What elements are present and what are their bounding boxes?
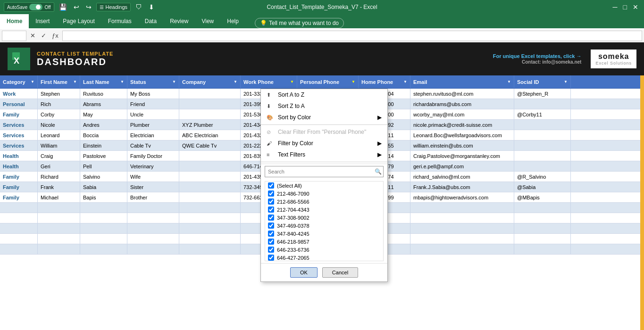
filter-arrow-firstname[interactable]: ▼ xyxy=(73,80,77,84)
table-cell[interactable]: Sabia xyxy=(80,182,127,192)
table-cell[interactable] xyxy=(514,130,571,140)
table-cell[interactable]: Einstein xyxy=(80,140,127,150)
table-cell[interactable] xyxy=(127,234,179,244)
table-cell[interactable]: William xyxy=(38,140,80,150)
checklist-item[interactable]: 212-686-5566 xyxy=(265,198,383,206)
tab-help[interactable]: Help xyxy=(220,14,245,28)
table-cell[interactable] xyxy=(80,203,127,213)
table-cell[interactable]: Pell xyxy=(80,161,127,171)
table-cell[interactable] xyxy=(514,203,571,213)
col-header-company[interactable]: Company ▼ xyxy=(179,75,241,88)
filter-arrow-socialid[interactable]: ▼ xyxy=(564,80,568,84)
name-box[interactable] xyxy=(2,31,26,41)
table-cell[interactable] xyxy=(179,213,241,223)
table-cell[interactable] xyxy=(127,203,179,213)
filter-arrow-lastname[interactable]: ▼ xyxy=(120,80,124,84)
table-cell[interactable] xyxy=(514,213,571,223)
table-cell[interactable]: Rich xyxy=(38,99,80,109)
table-cell[interactable]: @R_Salvino xyxy=(514,172,571,182)
table-cell[interactable] xyxy=(514,120,571,130)
close-icon[interactable]: ✕ xyxy=(631,2,640,12)
table-cell[interactable]: Richard xyxy=(38,172,80,182)
checklist-checkbox[interactable] xyxy=(268,239,274,245)
checklist[interactable]: (Select All)212-486-7090212-686-5566212-… xyxy=(265,181,384,261)
checklist-item[interactable]: 646-218-9857 xyxy=(265,238,383,246)
table-cell[interactable] xyxy=(38,203,80,213)
table-cell[interactable]: stephen.ruvituso@ml.com xyxy=(410,89,514,99)
table-cell[interactable] xyxy=(514,223,571,233)
table-cell[interactable] xyxy=(0,244,38,254)
filter-arrow-status[interactable]: ▼ xyxy=(172,80,176,84)
table-cell[interactable]: Nicole xyxy=(38,120,80,130)
table-cell[interactable]: william.einstein@ubs.com xyxy=(410,140,514,150)
table-cell[interactable]: Bapis xyxy=(80,192,127,202)
table-cell[interactable]: @Sabia xyxy=(514,182,571,192)
table-cell[interactable] xyxy=(179,99,241,109)
table-cell[interactable]: Frank xyxy=(38,182,80,192)
table-cell[interactable] xyxy=(410,203,514,213)
insert-function-btn[interactable]: ƒx xyxy=(50,31,60,40)
col-header-workphone[interactable]: Work Phone ▼ xyxy=(241,75,297,88)
table-cell[interactable]: ABC Electrician xyxy=(179,130,241,140)
table-cell[interactable] xyxy=(80,244,127,254)
table-cell[interactable]: Corby xyxy=(38,109,80,119)
table-cell[interactable] xyxy=(410,213,514,223)
col-header-personalphone[interactable]: Personal Phone ▼ xyxy=(297,75,359,88)
sort-z-to-a[interactable]: ⬇ Sort Z to A xyxy=(261,100,387,112)
table-cell[interactable] xyxy=(38,213,80,223)
table-cell[interactable]: Pastolove xyxy=(80,151,127,161)
table-cell[interactable] xyxy=(179,234,241,244)
promo-link[interactable]: click → xyxy=(563,53,582,59)
search-input[interactable] xyxy=(265,166,384,177)
table-cell[interactable] xyxy=(179,109,241,119)
checklist-item[interactable]: (Select All) xyxy=(265,182,383,190)
tab-view[interactable]: View xyxy=(195,14,220,28)
more-icon[interactable]: ⬇ xyxy=(147,2,156,12)
tab-insert[interactable]: Insert xyxy=(29,14,56,28)
table-cell[interactable] xyxy=(514,140,571,150)
table-cell[interactable]: richard_salvino@ml.com xyxy=(410,172,514,182)
table-cell[interactable]: Plumber xyxy=(127,120,179,130)
table-cell[interactable] xyxy=(0,213,38,223)
checklist-item[interactable]: 347-469-0378 xyxy=(265,222,383,230)
table-cell[interactable]: Family xyxy=(0,109,38,119)
checklist-checkbox[interactable] xyxy=(268,247,274,253)
col-header-status[interactable]: Status ▼ xyxy=(127,75,179,88)
table-cell[interactable]: Leonard.Boc@wellsfargoadvisors.com xyxy=(410,130,514,140)
tab-formulas[interactable]: Formulas xyxy=(101,14,138,28)
tab-review[interactable]: Review xyxy=(163,14,195,28)
table-cell[interactable] xyxy=(410,223,514,233)
checklist-checkbox[interactable] xyxy=(268,198,274,205)
table-cell[interactable]: Health xyxy=(0,151,38,161)
table-cell[interactable]: Andres xyxy=(80,120,127,130)
table-cell[interactable]: Services xyxy=(0,140,38,150)
minimize-icon[interactable]: ─ xyxy=(611,2,619,12)
checklist-item[interactable]: 347-308-9002 xyxy=(265,214,383,222)
checklist-item[interactable]: 212-704-4343 xyxy=(265,206,383,214)
tab-data[interactable]: Data xyxy=(138,14,163,28)
table-cell[interactable] xyxy=(0,234,38,244)
checklist-checkbox[interactable] xyxy=(268,190,274,197)
table-cell[interactable] xyxy=(514,161,571,171)
table-cell[interactable]: mbapis@hightoweradvisors.com xyxy=(410,192,514,202)
table-cell[interactable]: Sister xyxy=(127,182,179,192)
table-cell[interactable]: geri.e.pell@ampf.com xyxy=(410,161,514,171)
table-cell[interactable]: Work xyxy=(0,89,38,99)
table-cell[interactable]: Boccia xyxy=(80,130,127,140)
table-cell[interactable] xyxy=(80,223,127,233)
table-cell[interactable]: May xyxy=(80,109,127,119)
table-cell[interactable] xyxy=(514,151,571,161)
ok-button[interactable]: OK xyxy=(290,267,318,278)
table-cell[interactable]: Personal xyxy=(0,99,38,109)
table-cell[interactable]: Services xyxy=(0,130,38,140)
checklist-item[interactable]: 212-486-7090 xyxy=(265,190,383,198)
table-cell[interactable] xyxy=(179,203,241,213)
table-cell[interactable]: Family xyxy=(0,182,38,192)
table-cell[interactable]: Abrams xyxy=(80,99,127,109)
table-cell[interactable]: Ruvituso xyxy=(80,89,127,99)
table-cell[interactable] xyxy=(127,244,179,254)
sort-by-color[interactable]: 🎨 Sort by Color ▶ xyxy=(261,112,387,123)
cancel-button[interactable]: Cancel xyxy=(322,267,358,278)
table-cell[interactable] xyxy=(179,161,241,171)
table-cell[interactable] xyxy=(127,223,179,233)
